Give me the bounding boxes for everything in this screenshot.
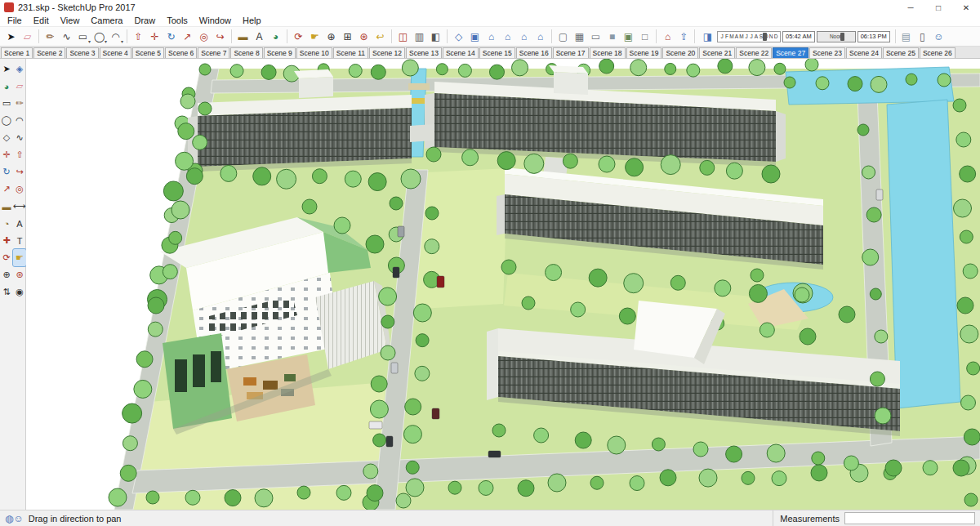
claim-credit-icon[interactable]: ☺ [13, 513, 23, 524]
menu-window[interactable]: Window [194, 15, 237, 27]
move-tool[interactable]: ✛ [147, 29, 163, 45]
front-view-icon[interactable]: ⌂ [483, 29, 499, 45]
minimize-button[interactable]: ─ [897, 0, 924, 15]
measurements-input[interactable] [844, 512, 975, 524]
text-tool[interactable]: A [252, 29, 267, 45]
hidden-line-style-icon[interactable]: ▭ [588, 29, 604, 45]
viewport-3d[interactable] [26, 59, 980, 510]
scene-tab-scene-11[interactable]: Scene 11 [333, 47, 368, 58]
make-component-icon[interactable]: ◈ [13, 60, 26, 78]
rectangle-tool[interactable]: ▭ [0, 95, 13, 112]
share-model-icon[interactable]: ⇪ [676, 29, 692, 45]
scene-tab-scene-23[interactable]: Scene 23 [809, 47, 845, 58]
rotate-tool[interactable]: ↻ [163, 29, 179, 45]
scene-tab-scene-5[interactable]: Scene 5 [132, 47, 164, 58]
pan-tool[interactable]: ☛ [13, 249, 26, 266]
polygon-tool[interactable]: ◇ [0, 129, 13, 146]
scene-tab-scene-10[interactable]: Scene 10 [296, 47, 332, 58]
scene-tab-scene-20[interactable]: Scene 20 [662, 47, 698, 58]
fog-icon[interactable]: ▤ [898, 29, 914, 45]
circle-tool[interactable]: ◯ [0, 112, 13, 129]
orbit-tool[interactable]: ⟳ [291, 29, 306, 45]
text-tool[interactable]: A [13, 215, 26, 232]
dimension-tool[interactable]: ⟷ [13, 198, 26, 215]
geolocation-icon[interactable]: ◍ [5, 513, 13, 524]
date-slider-handle[interactable] [763, 33, 767, 41]
shadow-time-slider[interactable]: Noon [817, 31, 856, 42]
scene-tab-scene-12[interactable]: Scene 12 [369, 47, 405, 58]
scene-tab-scene-7[interactable]: Scene 7 [198, 47, 229, 58]
shadow-settings-icon[interactable]: ◨ [700, 29, 715, 45]
scene-tab-scene-16[interactable]: Scene 16 [516, 47, 552, 58]
scene-tab-scene-24[interactable]: Scene 24 [846, 47, 882, 58]
eraser-tool[interactable]: ▱ [20, 29, 35, 45]
circle-tool[interactable]: ◯▾ [91, 29, 107, 45]
line-tool[interactable]: ✏ [13, 95, 26, 112]
rectangle-tool-dropdown[interactable]: ▾ [88, 38, 91, 44]
protractor-tool[interactable]: ◔ [0, 215, 13, 232]
zoom-extents-tool[interactable]: ⊛ [356, 29, 372, 45]
scene-tab-scene-18[interactable]: Scene 18 [590, 47, 626, 58]
rotate-tool[interactable]: ↻ [0, 163, 13, 181]
3d-warehouse-icon[interactable]: ⌂ [660, 29, 675, 45]
scene-tab-scene-26[interactable]: Scene 26 [920, 47, 956, 58]
shaded-textures-style-icon[interactable]: ▣ [621, 29, 636, 45]
display-section-cuts-icon[interactable]: ◧ [428, 29, 443, 45]
freehand-tool[interactable]: ∿ [13, 129, 26, 146]
zoom-tool[interactable]: ⊕ [323, 29, 339, 45]
scene-tab-scene-17[interactable]: Scene 17 [553, 47, 589, 58]
top-view-icon[interactable]: ▣ [467, 29, 483, 45]
offset-tool[interactable]: ◎ [196, 29, 212, 45]
arc-tool[interactable]: ◠ [13, 112, 26, 129]
circle-tool-dropdown[interactable]: ▾ [105, 38, 107, 44]
follow-me-tool[interactable]: ↪ [212, 29, 228, 45]
send-to-layout-icon[interactable]: ▯ [915, 29, 930, 45]
arc-tool[interactable]: ◠▾ [108, 29, 123, 45]
move-tool[interactable]: ✛ [0, 146, 13, 163]
back-view-icon[interactable]: ⌂ [516, 29, 532, 45]
scale-tool[interactable]: ↗ [180, 29, 195, 45]
monochrome-style-icon[interactable]: □ [637, 29, 653, 45]
scene-tab-scene-14[interactable]: Scene 14 [443, 47, 479, 58]
select-tool[interactable]: ➤ [3, 29, 19, 45]
tape-measure-tool[interactable]: ▬ [235, 29, 251, 45]
x-ray-style-icon[interactable]: ▢ [555, 29, 571, 45]
offset-tool[interactable]: ◎ [13, 181, 26, 198]
scene-tab-scene-27[interactable]: Scene 27 [773, 47, 808, 58]
scene-tab-scene-4[interactable]: Scene 4 [100, 47, 131, 58]
menu-camera[interactable]: Camera [85, 15, 128, 27]
line-tool[interactable]: ✏ [42, 29, 58, 45]
time-slider-handle[interactable] [840, 33, 844, 41]
scene-tab-scene-9[interactable]: Scene 9 [264, 47, 296, 58]
scene-tab-scene-2[interactable]: Scene 2 [33, 47, 65, 58]
select-tool[interactable]: ➤ [0, 60, 13, 78]
scene-tab-scene-19[interactable]: Scene 19 [626, 47, 662, 58]
scene-tab-scene-13[interactable]: Scene 13 [406, 47, 442, 58]
previous-view-icon[interactable]: ↩ [372, 29, 388, 45]
pan-tool[interactable]: ☛ [307, 29, 323, 45]
look-around-tool[interactable]: ◉ [13, 283, 26, 301]
arc-tool-dropdown[interactable]: ▾ [121, 38, 123, 44]
paint-bucket-tool[interactable]: ◕ [0, 78, 13, 95]
display-section-planes-icon[interactable]: ▥ [412, 29, 427, 45]
wireframe-style-icon[interactable]: ▦ [572, 29, 587, 45]
zoom-tool[interactable]: ⊕ [0, 266, 13, 283]
right-view-icon[interactable]: ⌂ [500, 29, 515, 45]
orbit-tool[interactable]: ⟳ [0, 249, 13, 266]
menu-view[interactable]: View [55, 15, 86, 27]
3d-text-tool[interactable]: T [13, 232, 26, 249]
paint-bucket-tool[interactable]: ◕ [268, 29, 283, 45]
freehand-tool[interactable]: ∿ [59, 29, 74, 45]
left-view-icon[interactable]: ⌂ [532, 29, 548, 45]
section-plane-icon[interactable]: ◫ [395, 29, 411, 45]
follow-me-tool[interactable]: ↪ [13, 163, 26, 181]
shaded-style-icon[interactable]: ■ [604, 29, 620, 45]
scene-tab-scene-22[interactable]: Scene 22 [736, 47, 772, 58]
push-pull-tool[interactable]: ⇧ [13, 146, 26, 163]
scene-tab-scene-3[interactable]: Scene 3 [66, 47, 98, 58]
menu-help[interactable]: Help [237, 15, 267, 27]
zoom-extents-tool[interactable]: ⊛ [13, 266, 26, 283]
scene-tab-scene-6[interactable]: Scene 6 [165, 47, 197, 58]
scene-tab-scene-21[interactable]: Scene 21 [699, 47, 735, 58]
menu-edit[interactable]: Edit [28, 15, 55, 27]
